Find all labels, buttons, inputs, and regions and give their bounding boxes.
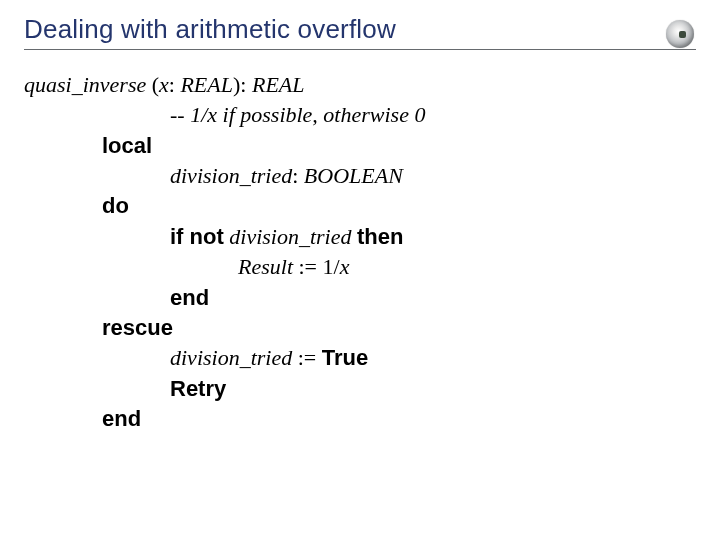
param-type: REAL	[180, 72, 233, 97]
slide: Dealing with arithmetic overflow quasi_i…	[0, 0, 720, 434]
sphere-logo-icon	[666, 20, 694, 48]
keyword-if-not: if not	[170, 224, 224, 249]
keyword-end-outer: end	[102, 404, 141, 434]
local-colon: :	[292, 163, 304, 188]
assign-op-1: := 1/	[293, 254, 340, 279]
keyword-retry: Retry	[170, 374, 226, 404]
assign-op-2: :=	[292, 345, 322, 370]
keyword-do: do	[102, 191, 129, 221]
param-name: x	[159, 72, 169, 97]
return-type: REAL	[252, 72, 305, 97]
function-name: quasi_inverse	[24, 72, 146, 97]
local-var-type: BOOLEAN	[304, 163, 403, 188]
sig-close: ):	[233, 72, 252, 97]
logo-dot-icon	[679, 31, 686, 38]
code-block: quasi_inverse (x: REAL): REAL -- 1/x if …	[24, 70, 696, 434]
keyword-then: then	[357, 224, 403, 249]
condition-var: division_tried	[224, 224, 357, 249]
assign-rhs: x	[340, 254, 350, 279]
keyword-local: local	[102, 131, 152, 161]
keyword-rescue: rescue	[102, 313, 173, 343]
local-var-name: division_tried	[170, 163, 292, 188]
comment-line: -- 1/x if possible, otherwise 0	[170, 100, 425, 130]
keyword-end-inner: end	[170, 283, 209, 313]
rescue-var: division_tried	[170, 345, 292, 370]
true-literal: True	[322, 345, 368, 370]
result-var: Result	[238, 254, 293, 279]
sig-open: (	[146, 72, 159, 97]
title-rule	[24, 49, 696, 50]
colon-1: :	[169, 72, 181, 97]
slide-title: Dealing with arithmetic overflow	[24, 14, 696, 45]
